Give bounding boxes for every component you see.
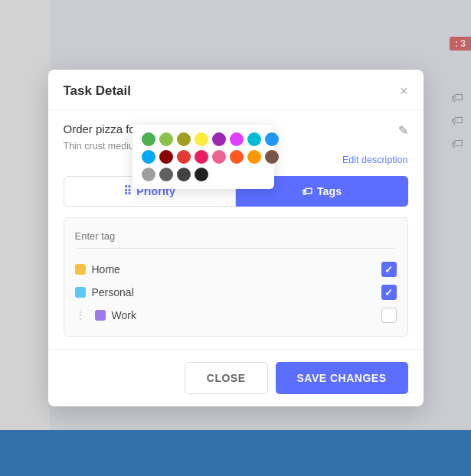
tag-checkbox-personal[interactable] — [381, 285, 397, 300]
color-grid — [142, 132, 265, 181]
color-swatch-green[interactable] — [142, 132, 155, 146]
color-swatch-darkgrey[interactable] — [159, 168, 173, 181]
modal-footer: CLOSE SAVE CHANGES — [48, 349, 424, 406]
modal-close-button[interactable]: × — [400, 84, 408, 98]
tag-input[interactable] — [75, 227, 397, 249]
tag-item-left-home: Home — [75, 263, 120, 275]
tag-name-personal: Personal — [92, 286, 134, 298]
tag-name-work: Work — [112, 309, 136, 321]
close-button[interactable]: CLOSE — [185, 362, 268, 394]
drag-handle-work[interactable]: ⋮ — [75, 309, 86, 321]
color-swatch-darkred[interactable] — [159, 150, 173, 164]
color-swatch-magenta[interactable] — [230, 132, 244, 146]
task-detail-modal: Task Detail × Order pizza for Granny ton… — [48, 70, 424, 406]
priority-icon: ⠿ — [123, 184, 132, 198]
modal-header: Task Detail × — [48, 70, 424, 110]
save-changes-button[interactable]: SAVE CHANGES — [276, 362, 408, 394]
color-swatch-pink[interactable] — [195, 150, 208, 164]
color-swatch-charcoal[interactable] — [177, 168, 191, 181]
modal-title: Task Detail — [64, 83, 132, 99]
tag-checkbox-home[interactable] — [381, 262, 397, 277]
color-swatch-red[interactable] — [177, 150, 191, 164]
edit-task-icon[interactable]: ✎ — [398, 123, 408, 138]
tag-color-work — [95, 310, 106, 321]
tag-color-home — [75, 264, 86, 275]
tag-item-left-work: ⋮ Work — [75, 309, 136, 321]
color-swatch-olive[interactable] — [177, 132, 191, 146]
color-swatch-grey[interactable] — [142, 168, 155, 181]
tag-item-work: ⋮ Work — [75, 304, 397, 327]
color-swatch-deeporange[interactable] — [230, 150, 244, 164]
modal-body: Order pizza for Granny tonight ✎ Thin cr… — [48, 110, 424, 337]
tag-tab-icon: 🏷 — [302, 185, 312, 197]
tag-item-left-personal: Personal — [75, 286, 134, 298]
color-swatch-lime[interactable] — [159, 132, 173, 146]
color-swatch-blue[interactable] — [265, 132, 279, 146]
color-swatch-orange[interactable] — [247, 150, 261, 164]
tag-panel: Home Personal — [64, 217, 408, 337]
color-swatch-yellow[interactable] — [195, 132, 208, 146]
color-swatch-lightblue[interactable] — [142, 150, 155, 164]
color-swatch-lightpink[interactable] — [212, 150, 226, 164]
tag-item-home: Home — [75, 258, 397, 281]
tag-list: Home Personal — [75, 258, 397, 327]
tag-name-home: Home — [92, 263, 120, 275]
modal-overlay: Task Detail × Order pizza for Granny ton… — [0, 0, 471, 476]
tab-tags-label: Tags — [317, 185, 342, 197]
color-swatch-brown[interactable] — [265, 150, 279, 164]
color-picker-popup — [132, 125, 274, 189]
color-swatch-cyan[interactable] — [247, 132, 261, 146]
color-swatch-purple[interactable] — [212, 132, 226, 146]
tag-item-personal: Personal — [75, 281, 397, 304]
tag-color-personal — [75, 287, 86, 298]
tag-checkbox-work[interactable] — [381, 308, 397, 323]
color-swatch-black[interactable] — [195, 168, 208, 181]
